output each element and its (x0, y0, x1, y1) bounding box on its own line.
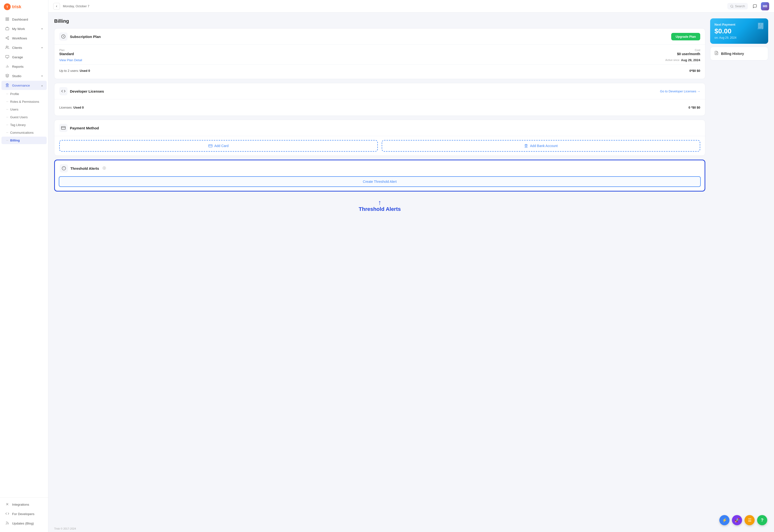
side-column: 🧾 Next Payment $0.00 on: Aug 29, 2024 Bi… (710, 18, 768, 519)
fab-rocket[interactable]: 🚀 (732, 515, 742, 525)
go-to-dev-licenses-link[interactable]: Go to Developer Licenses → (660, 89, 700, 93)
sidebar-item-dashboard[interactable]: Dashboard (1, 15, 47, 24)
sidebar-label-updates: Updates (Blog) (12, 522, 34, 525)
grid-icon (5, 17, 10, 22)
svg-rect-30 (209, 145, 212, 147)
dev-license-icon (59, 87, 67, 95)
add-bank-label: Add Bank Account (530, 144, 558, 148)
svg-point-10 (6, 46, 7, 47)
content-area: Billing Subscription Plan Upgrade Plan (48, 13, 774, 525)
svg-point-6 (6, 37, 7, 38)
sidebar-label-reports: Reports (12, 65, 23, 68)
search-bar[interactable]: Search (727, 3, 748, 9)
sidebar-item-garage[interactable]: Garage (1, 52, 47, 62)
licenses-usage-row: Licenses: Used 0 0 *$0 $0 (59, 103, 700, 112)
sidebar-item-integrations[interactable]: Integrations (1, 500, 47, 509)
svg-rect-2 (7, 19, 9, 21)
sidebar-item-reports[interactable]: Reports (1, 62, 47, 71)
back-button[interactable] (53, 3, 60, 10)
fab-list[interactable]: ☰ (744, 515, 755, 525)
users-usage-label: Up to 2 users: Used 0 (59, 69, 90, 73)
add-card-button[interactable]: Add Card (59, 140, 378, 152)
subscription-card: Subscription Plan Upgrade Plan Plan Stan… (54, 28, 705, 79)
svg-rect-11 (6, 55, 9, 58)
sidebar-item-governance[interactable]: Governance ▴ (1, 81, 47, 90)
chevron-up-icon-governance: ▴ (41, 84, 43, 87)
sidebar-item-billing[interactable]: Billing (1, 137, 47, 144)
annotation-text: Threshold Alerts (54, 206, 705, 212)
sidebar-item-tag-library[interactable]: Tag Library (1, 121, 47, 129)
logo-icon: T (4, 3, 11, 10)
threshold-icon (60, 164, 68, 172)
sidebar-item-communications[interactable]: Communications (1, 129, 47, 136)
governance-sub-nav: Profile Roles & Permissions Users Guest … (0, 90, 48, 144)
users-icon (5, 45, 10, 50)
logo[interactable]: T trisk (0, 0, 48, 14)
avatar[interactable]: MB (761, 2, 769, 10)
sidebar-item-profile[interactable]: Profile (1, 90, 47, 98)
sidebar-item-studio[interactable]: Studio ▾ (1, 71, 47, 81)
sidebar-label-garage: Garage (12, 55, 23, 59)
svg-point-24 (6, 524, 6, 524)
sidebar-item-users[interactable]: Users (1, 106, 47, 113)
users-cost: 0*$0 $0 (689, 69, 700, 73)
sidebar-label-my-work: My Work (12, 27, 25, 31)
search-placeholder: Search (735, 4, 745, 8)
sidebar-label-clients: Clients (12, 46, 22, 50)
sidebar-item-clients[interactable]: Clients ▾ (1, 43, 47, 52)
plug-icon (5, 502, 10, 507)
sidebar-item-updates-blog[interactable]: Updates (Blog) (1, 519, 47, 528)
sidebar-item-roles-permissions[interactable]: Roles & Permissions (1, 98, 47, 105)
developer-licenses-card: Developer Licenses Go to Developer Licen… (54, 83, 705, 116)
billing-history-icon (714, 51, 719, 56)
chat-icon-button[interactable] (751, 2, 759, 10)
fab-lightning[interactable]: ⚡ (719, 515, 729, 525)
chevron-down-icon-studio: ▾ (41, 74, 43, 78)
add-bank-account-button[interactable]: Add Bank Account (382, 140, 700, 152)
fab-help[interactable]: ? (757, 515, 767, 525)
chevron-down-icon-clients: ▾ (41, 46, 43, 49)
sidebar-label-studio: Studio (12, 74, 21, 78)
subscription-title-row: Subscription Plan (59, 32, 101, 41)
topbar-date: Monday, October 7 (63, 4, 724, 8)
payment-method-header: Payment Method (54, 120, 705, 136)
sidebar-item-guest-users[interactable]: Guest Users (1, 113, 47, 121)
active-since-value: Aug 29, 2024 (681, 58, 700, 62)
sidebar-sub-label-tag-library: Tag Library (10, 123, 26, 127)
rss-icon (5, 521, 10, 525)
plan-label: Plan (59, 49, 74, 52)
billing-history-card[interactable]: Billing History (710, 47, 768, 60)
plan-value: Standard (59, 52, 74, 56)
cost-label: Cost (677, 49, 700, 52)
threshold-alerts-title: Threshold Alerts (70, 166, 99, 170)
cost-value: $0 user/month (677, 52, 700, 56)
topbar-icons: MB (751, 2, 769, 10)
threshold-help-icon[interactable]: ⓪ (103, 166, 106, 170)
svg-point-7 (8, 39, 9, 40)
subscription-body: Plan Standard Cost $0 user/month View Pl… (54, 45, 705, 79)
developer-licenses-body: Licenses: Used 0 0 *$0 $0 (54, 99, 705, 116)
sidebar-item-workflows[interactable]: Workflows (1, 34, 47, 43)
briefcase-icon (5, 27, 10, 31)
sidebar-item-my-work[interactable]: My Work ▾ (1, 24, 47, 33)
developer-licenses-header: Developer Licenses Go to Developer Licen… (54, 83, 705, 99)
svg-rect-28 (61, 126, 66, 129)
add-card-label: Add Card (214, 144, 229, 148)
subscription-icon (59, 32, 67, 41)
threshold-alerts-card: Threshold Alerts ⓪ Create Threshold Aler… (54, 160, 705, 192)
sidebar-item-for-developers[interactable]: For Developers (1, 509, 47, 518)
payment-method-card: Payment Method Add Card Add Bank Account (54, 120, 705, 156)
sidebar-label-for-developers: For Developers (12, 512, 34, 516)
sidebar-nav: Dashboard My Work ▾ Workflows Clients ▾ (0, 14, 48, 496)
svg-point-25 (731, 5, 733, 7)
create-threshold-alert-button[interactable]: Create Threshold Alert (59, 176, 701, 187)
usage-row: Up to 2 users: Used 0 0*$0 $0 (59, 67, 700, 75)
sidebar-label-dashboard: Dashboard (12, 18, 28, 21)
svg-marker-17 (6, 74, 9, 76)
view-plan-link[interactable]: View Plan Detail (59, 58, 82, 62)
topbar: Monday, October 7 Search MB (48, 0, 774, 13)
layers-icon (5, 74, 10, 78)
svg-point-5 (8, 36, 9, 37)
upgrade-plan-button[interactable]: Upgrade Plan (671, 33, 700, 40)
sidebar-bottom: Integrations For Developers Updates (Blo… (0, 497, 48, 532)
